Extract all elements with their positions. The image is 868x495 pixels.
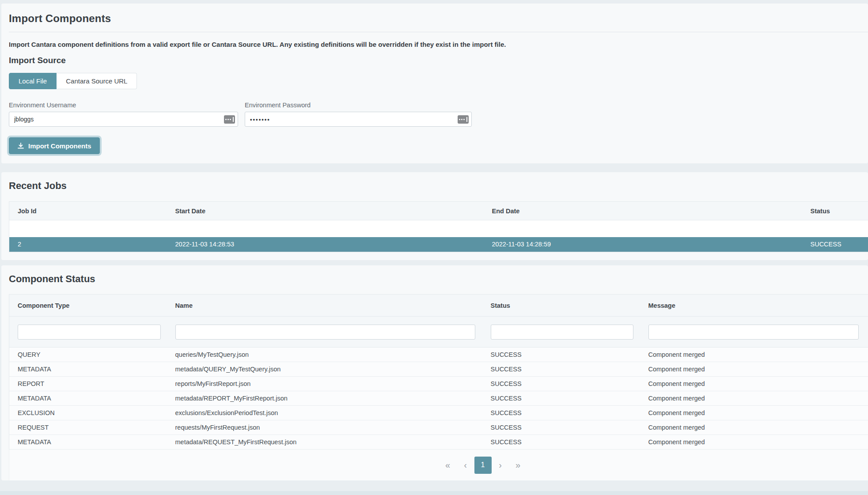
- component-row: REPORT reports/MyFirstReport.json SUCCES…: [9, 377, 868, 391]
- component-name-cell: queries/MyTestQuery.json: [167, 348, 482, 362]
- component-status-card: Component Status Component Type Name Sta…: [1, 265, 868, 480]
- import-source-heading: Import Source: [9, 56, 868, 65]
- column-header-status: Status: [802, 202, 868, 220]
- component-message-cell: Component merged: [640, 406, 868, 420]
- component-name-cell: metadata/REPORT_MyFirstReport.json: [167, 391, 482, 406]
- job-status-cell: SUCCESS: [802, 237, 868, 252]
- component-status-cell: SUCCESS: [482, 391, 640, 406]
- component-name-cell: reports/MyFirstReport.json: [167, 377, 482, 391]
- message-filter-input[interactable]: [648, 325, 859, 340]
- component-row: METADATA metadata/QUERY_MyTestQuery.json…: [9, 362, 868, 377]
- next-page-button[interactable]: ›: [492, 457, 509, 474]
- current-page-button[interactable]: 1: [474, 457, 492, 474]
- recent-jobs-title: Recent Jobs: [1, 172, 868, 192]
- component-name-cell: requests/MyFirstRequest.json: [167, 420, 482, 435]
- import-components-button-label: Import Components: [28, 142, 91, 150]
- component-status-filter-row: [9, 317, 868, 348]
- password-field-group: Environment Password: [245, 102, 472, 127]
- column-header-message: Message: [640, 295, 868, 317]
- credentials-form-row: Environment Username Environment Passwor…: [9, 102, 868, 127]
- download-icon: [17, 142, 24, 149]
- component-status-table: Component Type Name Status Message QUERY…: [9, 294, 868, 450]
- import-components-card: Import Components Import Cantara compone…: [1, 4, 868, 163]
- component-row: REQUEST requests/MyFirstRequest.json SUC…: [9, 420, 868, 435]
- last-page-button[interactable]: »: [509, 457, 527, 474]
- component-status-cell: SUCCESS: [482, 435, 640, 450]
- column-header-start-date: Start Date: [167, 202, 484, 220]
- import-source-tabset: Local File Cantara Source URL: [9, 73, 868, 89]
- component-status-cell: SUCCESS: [482, 348, 640, 362]
- job-end-date-cell: 2022-11-03 14:28:59: [484, 237, 802, 252]
- component-message-cell: Component merged: [640, 362, 868, 377]
- component-name-cell: exclusions/ExclusionPeriodTest.json: [167, 406, 482, 420]
- tab-local-file[interactable]: Local File: [9, 73, 57, 89]
- environment-username-input[interactable]: [9, 112, 238, 127]
- environment-password-input[interactable]: [245, 112, 472, 127]
- column-header-status: Status: [482, 295, 640, 317]
- job-start-date-cell: 2022-11-03 14:28:53: [167, 237, 484, 252]
- status-filter-input[interactable]: [491, 325, 633, 340]
- column-header-name: Name: [167, 295, 482, 317]
- component-message-cell: Component merged: [640, 420, 868, 435]
- component-type-cell: REPORT: [9, 377, 167, 391]
- import-description: Import Cantara component definitions fro…: [9, 41, 868, 48]
- component-type-cell: METADATA: [9, 391, 167, 406]
- component-status-cell: SUCCESS: [482, 420, 640, 435]
- username-label: Environment Username: [9, 102, 238, 109]
- password-label: Environment Password: [245, 102, 472, 109]
- column-header-end-date: End Date: [484, 202, 802, 220]
- component-message-cell: Component merged: [640, 348, 868, 362]
- autofill-icon[interactable]: [224, 115, 235, 124]
- component-status-title: Component Status: [1, 265, 868, 285]
- empty-row: [9, 220, 868, 237]
- page-title: Import Components: [9, 12, 868, 25]
- column-header-job-id: Job Id: [9, 202, 167, 220]
- component-message-cell: Component merged: [640, 391, 868, 406]
- component-type-cell: METADATA: [9, 435, 167, 450]
- component-type-cell: REQUEST: [9, 420, 167, 435]
- username-field-group: Environment Username: [9, 102, 238, 127]
- component-type-cell: EXCLUSION: [9, 406, 167, 420]
- component-type-filter-input[interactable]: [18, 325, 161, 340]
- component-row: METADATA metadata/REPORT_MyFirstReport.j…: [9, 391, 868, 406]
- component-message-cell: Component merged: [640, 435, 868, 450]
- recent-jobs-table: Job Id Start Date End Date Status 2 2022…: [9, 201, 868, 252]
- paginator: « ‹ 1 › »: [9, 450, 868, 480]
- job-id-cell: 2: [9, 237, 167, 252]
- tab-cantara-source-url[interactable]: Cantara Source URL: [57, 73, 137, 89]
- title-divider: [9, 32, 868, 32]
- recent-jobs-header-row: Job Id Start Date End Date Status: [9, 202, 868, 220]
- column-header-component-type: Component Type: [9, 295, 167, 317]
- autofill-icon[interactable]: [458, 115, 469, 124]
- first-page-button[interactable]: «: [439, 457, 457, 474]
- tab-local-file-label: Local File: [19, 77, 47, 85]
- component-status-cell: SUCCESS: [482, 406, 640, 420]
- component-name-cell: metadata/REQUEST_MyFirstRequest.json: [167, 435, 482, 450]
- recent-jobs-card: Recent Jobs Job Id Start Date End Date S…: [1, 172, 868, 260]
- previous-page-button[interactable]: ‹: [457, 457, 474, 474]
- tab-cantara-source-url-label: Cantara Source URL: [66, 77, 127, 85]
- component-row: METADATA metadata/REQUEST_MyFirstRequest…: [9, 435, 868, 450]
- component-status-cell: SUCCESS: [482, 362, 640, 377]
- component-row: EXCLUSION exclusions/ExclusionPeriodTest…: [9, 406, 868, 420]
- component-row: QUERY queries/MyTestQuery.json SUCCESS C…: [9, 348, 868, 362]
- component-status-header-row: Component Type Name Status Message: [9, 295, 868, 317]
- component-type-cell: METADATA: [9, 362, 167, 377]
- job-row-selected[interactable]: 2 2022-11-03 14:28:53 2022-11-03 14:28:5…: [9, 237, 868, 252]
- component-type-cell: QUERY: [9, 348, 167, 362]
- name-filter-input[interactable]: [175, 325, 475, 340]
- page: Import Components Import Cantara compone…: [0, 0, 868, 480]
- component-status-cell: SUCCESS: [482, 377, 640, 391]
- component-name-cell: metadata/QUERY_MyTestQuery.json: [167, 362, 482, 377]
- component-message-cell: Component merged: [640, 377, 868, 391]
- bottom-edge-strip: [0, 491, 868, 495]
- import-components-button[interactable]: Import Components: [9, 137, 100, 154]
